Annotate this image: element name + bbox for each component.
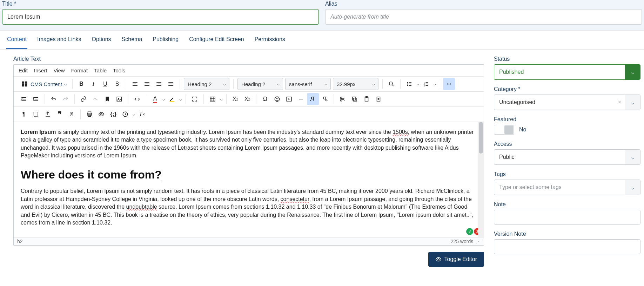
block-format-select[interactable]: Heading 2 [184, 78, 229, 90]
unlink-button[interactable] [89, 93, 101, 105]
rtl-button[interactable] [319, 93, 331, 105]
bold-button[interactable]: B [75, 78, 87, 90]
highlight-button[interactable] [166, 93, 178, 105]
chevron-down-icon[interactable]: ⌵ [625, 150, 640, 164]
menu-format[interactable]: Format [71, 67, 88, 73]
tab-publishing[interactable]: Publishing [152, 31, 179, 49]
highlight-dropdown[interactable]: ⌵ [178, 93, 183, 105]
editor-content-area[interactable]: Lorem Ipsum is simply dummy text of the … [14, 122, 484, 237]
print-button[interactable] [83, 108, 95, 120]
note-label: Note [494, 201, 640, 208]
select-all-button[interactable] [30, 108, 42, 120]
blockquote-button[interactable]: ❞ [54, 108, 66, 120]
access-select[interactable]: Public ⌵ [494, 149, 640, 165]
outdent-button[interactable] [18, 93, 30, 105]
unlink-icon [92, 96, 99, 102]
paste-button[interactable] [361, 93, 373, 105]
bullet-list-dropdown[interactable]: ⌵ [415, 78, 420, 90]
numbered-list-dropdown[interactable]: ⌵ [432, 78, 437, 90]
status-badge-ok[interactable]: ✓ [466, 228, 473, 235]
bullet-list-button[interactable] [403, 78, 415, 90]
resize-handle[interactable]: ⋰ [476, 239, 480, 244]
text-color-dropdown[interactable]: ⌵ [161, 93, 166, 105]
underline-button[interactable]: U [99, 78, 111, 90]
image-button[interactable] [113, 93, 125, 105]
code-sample-button[interactable]: {;} [107, 108, 119, 120]
tab-configure-edit-screen[interactable]: Configure Edit Screen [188, 31, 245, 49]
category-select[interactable]: Uncategorised × ⌵ [494, 95, 640, 110]
chevron-down-icon[interactable]: ⌵ [625, 65, 640, 79]
align-right-button[interactable] [153, 78, 165, 90]
tab-options[interactable]: Options [91, 31, 112, 49]
anchor-button[interactable] [66, 108, 78, 120]
chevron-down-icon[interactable]: ⌵ [625, 180, 640, 195]
cms-content-dropdown[interactable]: CMS Content ⌵ [18, 78, 69, 90]
indent-button[interactable] [30, 93, 42, 105]
menu-table[interactable]: Table [94, 67, 107, 73]
horizontal-rule-button[interactable] [295, 93, 307, 105]
alias-input[interactable] [325, 9, 642, 25]
title-input[interactable] [2, 9, 319, 25]
search-button[interactable] [385, 78, 397, 90]
play-icon [286, 96, 292, 102]
upload-button[interactable] [42, 108, 54, 120]
alias-label: Alias [325, 0, 642, 7]
datetime-dropdown[interactable]: ⌵ [131, 108, 136, 120]
subscript-button[interactable]: X2 [229, 93, 241, 105]
paste-text-button[interactable] [373, 93, 384, 105]
table-dropdown[interactable]: ⌵ [219, 93, 223, 105]
tags-select[interactable]: Type or select some tags ⌵ [494, 180, 640, 195]
bookmark-button[interactable] [101, 93, 113, 105]
undo-button[interactable] [48, 93, 60, 105]
text-color-button[interactable]: A [149, 93, 161, 105]
link-button[interactable] [78, 93, 89, 105]
tab-content[interactable]: Content [6, 31, 27, 49]
table-button[interactable] [207, 93, 219, 105]
preview-button[interactable] [95, 108, 107, 120]
superscript-button[interactable]: X2 [241, 93, 253, 105]
heading-select[interactable]: Heading 2 [237, 78, 283, 90]
element-path[interactable]: h2 [17, 239, 23, 244]
numbered-list-button[interactable]: 123 [420, 78, 432, 90]
code-button[interactable] [131, 93, 143, 105]
special-char-button[interactable]: Ω [259, 93, 271, 105]
font-family-select[interactable]: sans-serif [285, 78, 331, 90]
ellipsis-icon [446, 81, 452, 87]
more-toolbar-button[interactable] [443, 78, 455, 90]
font-size-select[interactable]: 32.99px [333, 78, 378, 90]
svg-point-16 [277, 98, 278, 99]
menu-edit[interactable]: Edit [19, 67, 28, 73]
menu-insert[interactable]: Insert [34, 67, 47, 73]
datetime-button[interactable] [119, 108, 131, 120]
status-select[interactable]: Published ⌵ [494, 64, 640, 80]
editor-scrollbar[interactable] [478, 122, 484, 237]
tab-schema[interactable]: Schema [121, 31, 143, 49]
emoji-button[interactable] [271, 93, 283, 105]
paragraph-button[interactable]: ¶ [18, 108, 30, 120]
tab-images-links[interactable]: Images and Links [36, 31, 82, 49]
ltr-button[interactable] [307, 93, 319, 105]
menu-tools[interactable]: Tools [113, 67, 125, 73]
italic-button[interactable]: I [87, 78, 99, 90]
cut-button[interactable] [337, 93, 349, 105]
svg-point-15 [276, 98, 277, 99]
article-text-label: Article Text [13, 56, 484, 62]
note-input[interactable] [494, 210, 640, 225]
tab-permissions[interactable]: Permissions [254, 31, 286, 49]
clear-category-button[interactable]: × [615, 99, 625, 105]
featured-toggle[interactable] [494, 125, 514, 135]
menu-view[interactable]: View [53, 67, 65, 73]
align-justify-button[interactable] [165, 78, 177, 90]
redo-button[interactable] [60, 93, 72, 105]
link-icon [80, 96, 87, 102]
media-button[interactable] [283, 93, 295, 105]
clear-formatting-button[interactable]: T× [136, 108, 148, 120]
strikethrough-button[interactable]: S [111, 78, 123, 90]
copy-button[interactable] [349, 93, 361, 105]
version-note-input[interactable] [494, 239, 640, 254]
chevron-down-icon[interactable]: ⌵ [625, 95, 640, 110]
align-left-button[interactable] [129, 78, 141, 90]
toggle-editor-button[interactable]: Toggle Editor [428, 252, 484, 267]
align-center-button[interactable] [141, 78, 153, 90]
fullscreen-button[interactable] [189, 93, 201, 105]
